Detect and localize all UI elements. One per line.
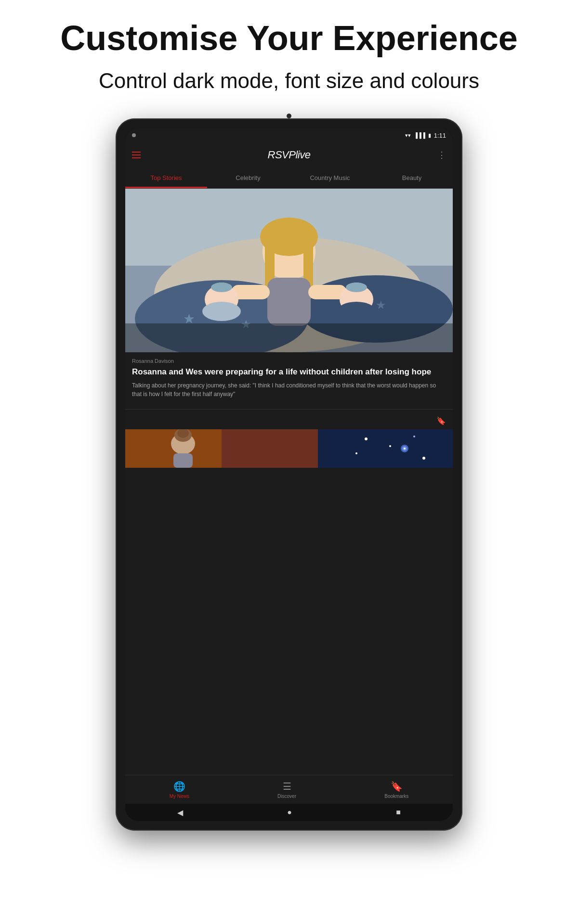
svg-point-21: [202, 302, 241, 321]
nav-tabs: Top Stories Celebrity Country Music Beau…: [125, 167, 453, 189]
home-button[interactable]: ●: [287, 808, 292, 817]
svg-point-37: [413, 436, 415, 437]
svg-point-20: [211, 282, 232, 292]
svg-rect-26: [125, 323, 453, 352]
discover-icon: ☰: [283, 781, 291, 792]
hamburger-line-2: [132, 154, 141, 155]
nav-bookmarks[interactable]: 🔖 Bookmarks: [384, 781, 408, 799]
svg-rect-33: [318, 429, 453, 468]
svg-point-35: [389, 445, 391, 447]
recents-button[interactable]: ■: [396, 808, 401, 817]
card-divider: [125, 409, 453, 410]
hamburger-menu-button[interactable]: [132, 152, 141, 158]
logo-bold: RSVP: [268, 149, 296, 161]
tab-country-music[interactable]: Country Music: [289, 167, 371, 188]
article-excerpt: Talking about her pregnancy journey, she…: [132, 381, 446, 398]
bottom-nav: 🌐 My News ☰ Discover 🔖 Bookmarks: [125, 775, 453, 804]
discover-label: Discover: [277, 794, 296, 799]
news-card-main: ★ ★ ★ ★ ★: [125, 189, 453, 429]
page-header: Customise Your Experience Control dark m…: [0, 0, 578, 104]
tablet-device: ▾▾ ▐▐▐ ▮ 1:11 RSVPlive ⋮: [116, 118, 462, 831]
svg-point-36: [355, 452, 357, 454]
tab-top-stories[interactable]: Top Stories: [125, 167, 207, 188]
article-headline: Rosanna and Wes were preparing for a lif…: [132, 367, 446, 377]
content-area: ★ ★ ★ ★ ★: [125, 189, 453, 775]
bookmarks-icon: 🔖: [391, 781, 403, 792]
page-subtitle: Control dark mode, font size and colours: [19, 67, 559, 94]
my-news-icon: 🌐: [173, 781, 185, 792]
status-bar: ▾▾ ▐▐▐ ▮ 1:11: [125, 128, 453, 142]
svg-point-34: [365, 437, 368, 440]
news-card-body: Rosanna Davison Rosanna and Wes were pre…: [125, 352, 453, 404]
page-title: Customise Your Experience: [19, 19, 559, 57]
app-header: RSVPlive ⋮: [125, 142, 453, 167]
more-options-button[interactable]: ⋮: [437, 150, 446, 160]
svg-point-24: [346, 282, 367, 292]
card-footer: 🔖: [125, 414, 453, 429]
tab-celebrity[interactable]: Celebrity: [207, 167, 289, 188]
battery-icon: ▮: [428, 132, 431, 139]
svg-point-25: [337, 302, 376, 321]
status-right: ▾▾ ▐▐▐ ▮ 1:11: [405, 132, 446, 139]
status-indicator: [132, 133, 136, 137]
app-screen: ▾▾ ▐▐▐ ▮ 1:11 RSVPlive ⋮: [125, 128, 453, 821]
second-article-preview[interactable]: [125, 429, 453, 468]
signal-icon: ▐▐▐: [414, 132, 425, 138]
tablet-camera: [287, 114, 291, 118]
tab-beauty[interactable]: Beauty: [371, 167, 453, 188]
app-logo: RSVPlive: [268, 149, 311, 161]
nav-discover[interactable]: ☰ Discover: [277, 781, 296, 799]
wifi-icon: ▾▾: [405, 132, 411, 139]
back-button[interactable]: ◀: [177, 808, 183, 817]
article-author: Rosanna Davison: [132, 358, 446, 364]
svg-rect-32: [173, 453, 193, 468]
tablet-screen: ▾▾ ▐▐▐ ▮ 1:11 RSVPlive ⋮: [125, 128, 453, 821]
my-news-label: My News: [170, 794, 189, 799]
svg-text:★: ★: [376, 298, 386, 311]
svg-rect-15: [267, 278, 311, 326]
bookmark-button[interactable]: 🔖: [436, 416, 446, 425]
status-left: [132, 133, 136, 137]
system-nav-bar: ◀ ● ■: [125, 804, 453, 821]
svg-point-38: [422, 457, 425, 460]
hamburger-line-3: [132, 157, 141, 158]
logo-italic: live: [295, 149, 310, 161]
article-image: ★ ★ ★ ★ ★: [125, 189, 453, 352]
svg-point-41: [404, 448, 406, 449]
bookmarks-label: Bookmarks: [384, 794, 408, 799]
status-time: 1:11: [434, 132, 446, 139]
nav-my-news[interactable]: 🌐 My News: [170, 781, 189, 799]
hamburger-line-1: [132, 152, 141, 153]
